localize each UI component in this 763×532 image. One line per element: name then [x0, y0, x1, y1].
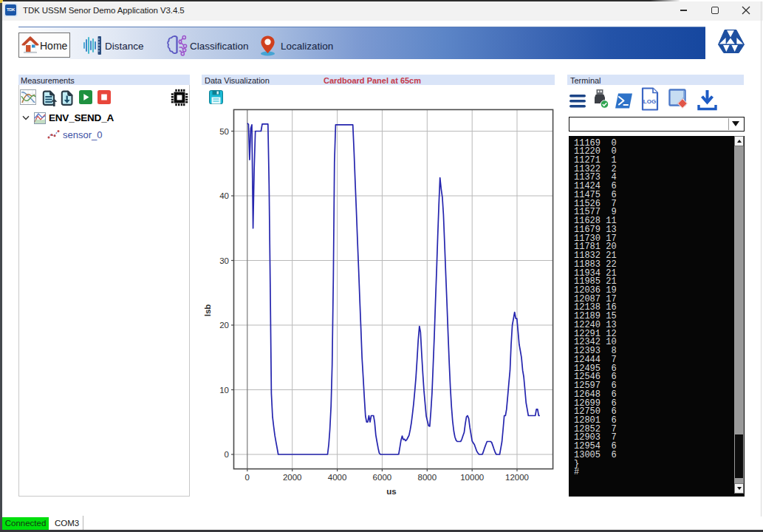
svg-text:10: 10: [219, 386, 229, 395]
svg-text:LOG: LOG: [643, 98, 656, 105]
svg-text:30: 30: [219, 256, 229, 265]
svg-text:0: 0: [245, 473, 250, 482]
svg-text:10000: 10000: [460, 473, 484, 482]
svg-text:20: 20: [219, 321, 229, 330]
svg-text:6000: 6000: [373, 473, 392, 482]
svg-text:us: us: [386, 487, 396, 496]
svg-text:8000: 8000: [418, 473, 437, 482]
svg-text:lsb: lsb: [203, 304, 212, 317]
svg-text:4000: 4000: [328, 473, 347, 482]
svg-text:0: 0: [225, 450, 229, 459]
svg-text:2000: 2000: [283, 473, 302, 482]
svg-text:50: 50: [219, 127, 229, 136]
svg-text:40: 40: [219, 191, 229, 200]
svg-text:12000: 12000: [505, 473, 529, 482]
